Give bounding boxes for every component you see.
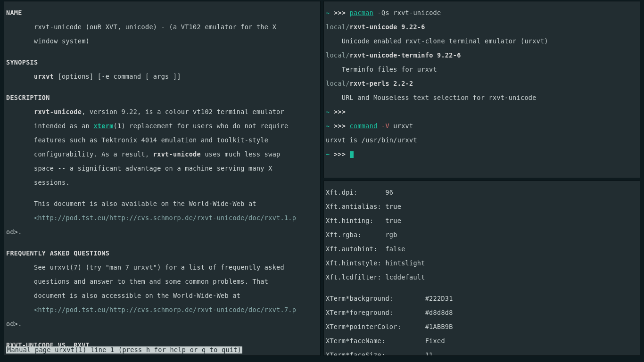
man-line: See urxvt(7) (try "man 7 urxvt") for a l… xyxy=(6,264,318,271)
xres-line: Xft.rgba: rgb xyxy=(326,231,638,239)
shell-line: ~ >>> command -V urxvt xyxy=(326,123,638,130)
xres-line: Xft.hinting: true xyxy=(326,217,638,224)
man-line: configurability. As a result, rxvt-unico… xyxy=(6,151,318,158)
terminal-pane-manpage[interactable]: NAME rxvt-unicode (ouR XVT, unicode) - (… xyxy=(4,1,321,356)
xres-line: XTerm*faceName: Fixed xyxy=(326,337,638,345)
man-line: rxvt-unicode (ouR XVT, unicode) - (a VT1… xyxy=(6,24,318,31)
man-line: od>. xyxy=(6,321,318,328)
man-line: sessions. xyxy=(6,179,318,186)
man-status-bar: Manual page urxvt(1) line 1 (press h for… xyxy=(6,346,242,354)
man-line: rxvt-unicode, version 9.22, is a colour … xyxy=(6,108,318,115)
shell-line: local/rxvt-perls 2.2-2 xyxy=(326,80,638,87)
xres-line: XTerm*pointerColor: #1ABB9B xyxy=(326,323,638,330)
man-line: This document is also available on the W… xyxy=(6,200,318,207)
shell-line: Unicode enabled rxvt-clone terminal emul… xyxy=(326,38,638,45)
shell-line: Terminfo files for urxvt xyxy=(326,66,638,73)
manpage-content: NAME rxvt-unicode (ouR XVT, unicode) - (… xyxy=(4,1,320,356)
shell-line: URL and Mouseless text selection for rxv… xyxy=(326,94,638,101)
terminal-pane-xresources[interactable]: Xft.dpi: 96 Xft.antialias: true Xft.hint… xyxy=(323,181,640,356)
terminal-pane-shell[interactable]: ~ >>> pacman -Qs rxvt-unicode local/rxvt… xyxy=(323,1,640,178)
man-url: <http://pod.tst.eu/http://cvs.schmorp.de… xyxy=(6,306,318,313)
shell-line: ~ >>> xyxy=(326,108,638,115)
shell-prompt-active[interactable]: ~ >>> xyxy=(326,151,638,158)
shell-line: urxvt is /usr/bin/urxvt xyxy=(326,137,638,144)
section-description: DESCRIPTION xyxy=(6,94,318,101)
xres-line: XTerm*background: #222D31 xyxy=(326,295,638,302)
xres-line: Xft.hintstyle: hintslight xyxy=(326,260,638,267)
shell-line: local/rxvt-unicode-terminfo 9.22-6 xyxy=(326,52,638,59)
section-name: NAME xyxy=(6,9,318,16)
shell-line: local/rxvt-unicode 9.22-6 xyxy=(326,24,638,31)
xres-line: Xft.antialias: true xyxy=(326,203,638,210)
xres-line: Xft.autohint: false xyxy=(326,246,638,253)
man-line: space -- a significant advantage on a ma… xyxy=(6,165,318,172)
man-line: features such as Tektronix 4014 emulatio… xyxy=(6,137,318,144)
xres-line: XTerm*foreground: #d8d8d8 xyxy=(326,309,638,316)
xres-line: Xft.dpi: 96 xyxy=(326,189,638,196)
section-faq: FREQUENTLY ASKED QUESTIONS xyxy=(6,250,318,257)
shell-line: ~ >>> pacman -Qs rxvt-unicode xyxy=(326,9,638,16)
shell-content: ~ >>> pacman -Qs rxvt-unicode local/rxvt… xyxy=(324,1,640,166)
man-line: document is also accessible on the World… xyxy=(6,292,318,299)
xresources-content: Xft.dpi: 96 Xft.antialias: true Xft.hint… xyxy=(324,181,640,356)
xres-line: XTerm*faceSize: 11 xyxy=(326,352,638,356)
cursor-icon xyxy=(350,151,354,158)
xres-line: Xft.lcdfilter: lcddefault xyxy=(326,274,638,281)
man-line: window system) xyxy=(6,38,318,45)
section-synopsis: SYNOPSIS xyxy=(6,59,318,66)
man-line: intended as an xterm(1) replacement for … xyxy=(6,123,318,130)
man-line: questions and answer to them and some co… xyxy=(6,278,318,285)
man-line: urxvt [options] [-e command [ args ]] xyxy=(6,73,318,80)
man-url: <http://pod.tst.eu/http://cvs.schmorp.de… xyxy=(6,214,318,222)
man-line: od>. xyxy=(6,229,318,236)
